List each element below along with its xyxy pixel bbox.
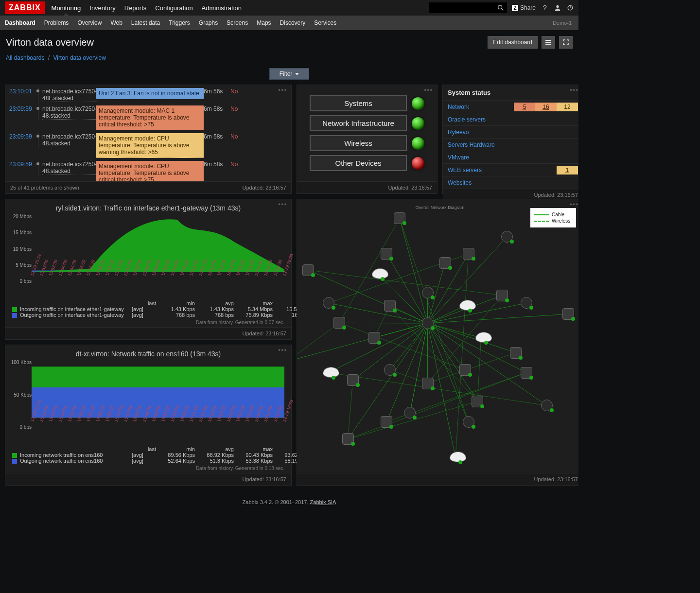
problem-message[interactable]: Unit 2 Fan 3: Fan is not in normal state	[96, 88, 204, 99]
map-node[interactable]	[372, 268, 388, 279]
edit-dashboard-button[interactable]: Edit dashboard	[488, 36, 538, 49]
system-status-row: Servers Hardware	[443, 138, 578, 151]
widget-menu-icon[interactable]: •••	[424, 87, 433, 94]
subnav-latest-data[interactable]: Latest data	[131, 19, 160, 26]
host-group-link[interactable]: VMware	[448, 154, 469, 161]
subnav-web[interactable]: Web	[110, 19, 122, 26]
dashboard-menu-button[interactable]	[542, 36, 555, 49]
topnav-administration[interactable]: Administration	[202, 4, 242, 12]
severity-cell[interactable]: 12	[557, 103, 578, 111]
svg-line-58	[297, 323, 339, 362]
problem-message[interactable]: Management module: CPU temperature: Temp…	[96, 161, 204, 181]
user-icon[interactable]	[554, 4, 561, 11]
breadcrumb-root[interactable]: All dashboards	[6, 54, 44, 61]
problem-host[interactable]: net.brocade.icx7750-48F.stacked	[42, 88, 97, 102]
map-node[interactable]	[450, 452, 466, 462]
problem-time[interactable]: 23:10:01	[9, 88, 37, 95]
problem-host[interactable]: net.brocade.icx7250-48.stacked	[42, 161, 97, 175]
breadcrumb-current[interactable]: Virton data overview	[53, 54, 106, 61]
problem-message[interactable]: Management module: MAC 1 temperature: Te…	[96, 105, 204, 130]
subnav-screens[interactable]: Screens	[227, 19, 248, 26]
problem-ack[interactable]: No	[230, 133, 247, 140]
legend-row: Incoming traffic on interface ether1-gat…	[12, 306, 284, 312]
status-led-green	[412, 117, 424, 130]
share-button[interactable]: ZShare	[512, 4, 536, 11]
system-status-row: Websites	[443, 176, 578, 189]
host-group-link[interactable]: Ryleevo	[448, 129, 469, 136]
ok-indicator	[311, 273, 315, 277]
host-group-link[interactable]: Websites	[448, 179, 472, 186]
subnav-maps[interactable]: Maps	[257, 19, 271, 26]
widget-menu-icon[interactable]: •••	[278, 347, 287, 354]
timeline-sep	[37, 133, 38, 148]
topnav-inventory[interactable]: Inventory	[89, 4, 115, 12]
problem-ack[interactable]: No	[230, 88, 247, 95]
host-group-link[interactable]: Network	[448, 104, 469, 110]
problem-time[interactable]: 23:09:59	[9, 105, 37, 112]
search-input[interactable]	[429, 2, 507, 13]
problem-host[interactable]: net.brocade.icx7250-48.stacked	[42, 133, 97, 147]
timeline-sep	[37, 88, 38, 103]
topnav-reports[interactable]: Reports	[124, 4, 147, 12]
status-label[interactable]: Other Devices	[310, 155, 407, 171]
subnav-dashboard[interactable]: Dashboard	[5, 19, 35, 26]
legend-last: 52.64 Kbps	[156, 458, 195, 464]
problem-duration: 6m 58s	[204, 105, 230, 112]
problem-host[interactable]: net.brocade.icx7250-48.stacked	[42, 105, 97, 120]
subnav-discovery[interactable]: Discovery	[280, 19, 306, 26]
host-group-link[interactable]: WEB servers	[448, 167, 482, 174]
problem-row: 23:09:59 net.brocade.icx7250-48.stacked …	[5, 158, 291, 181]
svg-point-2	[556, 5, 559, 8]
subnav-services[interactable]: Services	[314, 19, 336, 26]
filter-label: Filter	[280, 70, 293, 77]
status-label[interactable]: Systems	[310, 95, 407, 111]
logo[interactable]: ZABBIX	[5, 1, 45, 14]
subnav-triggers[interactable]: Triggers	[169, 19, 190, 26]
power-icon[interactable]	[567, 4, 574, 11]
widget-menu-icon[interactable]: •••	[570, 87, 578, 94]
svg-line-31	[378, 274, 428, 323]
filter-button[interactable]: Filter	[269, 68, 310, 80]
widget-menu-icon[interactable]: •••	[278, 87, 287, 94]
topnav-configuration[interactable]: Configuration	[155, 4, 192, 12]
fullscreen-button[interactable]	[559, 36, 573, 49]
status-label[interactable]: Wireless	[310, 135, 407, 151]
ok-indicator	[377, 341, 381, 345]
svg-line-52	[410, 323, 427, 413]
footer-link[interactable]: Zabbix SIA	[310, 499, 336, 505]
legend-avg: 90.43 Kbps	[234, 452, 273, 458]
severity-cell[interactable]: 16	[535, 103, 557, 111]
status-label[interactable]: Network Infrastructure	[310, 115, 407, 131]
host-group-link[interactable]: Oracle servers	[448, 116, 486, 123]
status-led-red	[412, 157, 424, 170]
subnav-problems[interactable]: Problems	[44, 19, 69, 26]
problem-message[interactable]: Management module: CPU temperature: Temp…	[96, 133, 204, 158]
subnav-overview[interactable]: Overview	[77, 19, 102, 26]
problem-ack[interactable]: No	[230, 105, 247, 112]
severity-cell[interactable]: 5	[514, 103, 535, 111]
problem-ack[interactable]: No	[230, 161, 247, 168]
subnav-host-label: Demo-1	[553, 20, 574, 26]
svg-line-43	[477, 338, 481, 401]
ok-indicator	[393, 373, 397, 377]
subnav-graphs[interactable]: Graphs	[199, 19, 218, 26]
problem-time[interactable]: 23:09:59	[9, 161, 37, 168]
svg-line-33	[400, 218, 428, 323]
top-nav: MonitoringInventoryReportsConfigurationA…	[52, 4, 429, 12]
severity-cell[interactable]: 1	[557, 166, 578, 174]
help-icon[interactable]: ?	[542, 4, 548, 11]
widget-menu-icon[interactable]: •••	[278, 201, 287, 208]
ok-indicator	[332, 376, 335, 380]
svg-line-46	[329, 373, 547, 406]
problem-time[interactable]: 23:09:59	[9, 133, 37, 140]
map-node[interactable]	[475, 332, 492, 343]
svg-line-62	[308, 270, 502, 296]
map-node[interactable]	[459, 300, 476, 311]
status-led-green	[412, 137, 424, 150]
topnav-monitoring[interactable]: Monitoring	[52, 4, 81, 12]
host-group-link[interactable]: Servers Hardware	[448, 141, 495, 148]
topbar-right: ZShare ?	[512, 4, 574, 11]
breadcrumb-sep: /	[48, 54, 50, 61]
legend-row: Outgoing network traffic on ens160 [avg]…	[12, 458, 284, 464]
widget-status-lights: ••• SystemsNetwork InfrastructureWireles…	[297, 85, 438, 194]
